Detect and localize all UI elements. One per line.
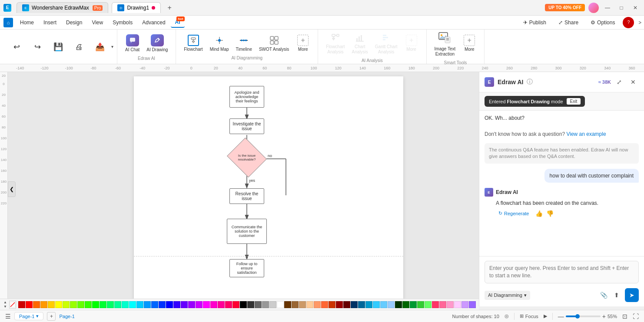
user-avatar[interactable] — [588, 3, 599, 13]
thumbs-down-button[interactable]: 👎 — [546, 210, 554, 217]
color-swatch[interactable] — [388, 301, 395, 308]
color-swatch[interactable] — [292, 301, 299, 308]
color-swatch[interactable] — [262, 301, 269, 308]
color-swatch[interactable] — [203, 301, 210, 308]
image-text-extraction-button[interactable]: Image TextExtraction — [432, 28, 458, 59]
mind-map-button[interactable]: Mind Map — [207, 33, 232, 54]
collapse-ribbon-button[interactable]: ^ — [636, 21, 643, 24]
color-swatch[interactable] — [70, 301, 77, 308]
export-button[interactable]: 📤 — [90, 41, 110, 53]
color-swatch[interactable] — [314, 301, 321, 308]
gantt-analysis-button[interactable]: Gantt ChartAnalysis — [372, 30, 400, 56]
canvas-page[interactable]: yes no Apologize and acknowledge their f… — [134, 76, 403, 306]
shape-resolve[interactable]: Resolve the issue — [229, 188, 264, 204]
color-swatch[interactable] — [48, 301, 55, 308]
color-swatch[interactable] — [417, 301, 424, 308]
color-swatch[interactable] — [129, 301, 136, 308]
promo-badge[interactable]: UP TO 40% OFF — [545, 4, 585, 11]
ai-mode-selector[interactable]: AI Diagramming ▾ — [485, 291, 530, 300]
color-swatch[interactable] — [159, 301, 166, 308]
color-swatch[interactable] — [432, 301, 439, 308]
close-button[interactable]: ✕ — [630, 3, 641, 13]
fullscreen-button[interactable]: ⛶ — [633, 313, 639, 320]
color-swatch[interactable] — [284, 301, 291, 308]
eyedrop-button[interactable]: ◎ — [505, 313, 509, 319]
color-swatch[interactable] — [336, 301, 343, 308]
color-swatch[interactable] — [410, 301, 417, 308]
zoom-slider[interactable] — [566, 315, 601, 317]
color-swatch[interactable] — [277, 301, 284, 308]
color-swatch[interactable] — [107, 301, 114, 308]
color-swatch[interactable] — [255, 301, 262, 308]
color-swatch[interactable] — [196, 301, 202, 308]
ai-drawing-button[interactable]: AI Drawing — [144, 33, 170, 54]
add-page-button[interactable]: + — [47, 312, 56, 321]
shape-investigate[interactable]: Investigate the issue — [229, 118, 264, 134]
save-button[interactable]: 💾 — [49, 41, 68, 53]
ai-info-icon[interactable]: ⓘ — [527, 78, 533, 86]
canvas-area[interactable]: ❮ yes no — [8, 72, 479, 306]
color-swatch[interactable] — [92, 301, 99, 308]
tab-drawing1[interactable]: D Drawing1 — [112, 2, 161, 13]
color-swatch[interactable] — [210, 301, 217, 308]
color-swatch[interactable] — [329, 301, 335, 308]
color-swatch[interactable] — [321, 301, 328, 308]
color-swatch[interactable] — [18, 301, 25, 308]
swot-button[interactable]: SWOT Analysis — [256, 33, 292, 54]
more-tools-button[interactable]: + More — [460, 33, 479, 54]
no-fill-swatch[interactable] — [9, 301, 16, 309]
ai-input-field[interactable] — [485, 261, 639, 283]
color-swatch[interactable] — [63, 301, 70, 308]
help-button[interactable]: ? — [623, 17, 634, 28]
minimize-button[interactable]: — — [602, 3, 613, 13]
color-swatch[interactable] — [85, 301, 92, 308]
maximize-button[interactable]: □ — [616, 3, 627, 13]
color-swatch[interactable] — [373, 301, 380, 308]
color-swatch[interactable] — [122, 301, 129, 308]
shape-resolvable[interactable]: Is the issue resolvable? — [232, 145, 262, 171]
color-swatch[interactable] — [77, 301, 84, 308]
color-swatch[interactable] — [100, 301, 106, 308]
color-swatch[interactable] — [380, 301, 387, 308]
expand-panel-button[interactable]: ⤢ — [614, 76, 625, 88]
menu-item-design[interactable]: Design — [62, 18, 86, 27]
exit-mode-button[interactable]: Exit — [567, 98, 581, 105]
zoom-out-button[interactable]: — — [558, 313, 564, 320]
color-swatch[interactable] — [40, 301, 47, 308]
zoom-in-button[interactable]: + — [602, 313, 606, 320]
flowchart-button[interactable]: Flowchart — [181, 33, 205, 54]
timeline-button[interactable]: Timeline — [233, 33, 255, 54]
color-swatch[interactable] — [358, 301, 365, 308]
color-swatch[interactable] — [232, 301, 239, 308]
color-swatch[interactable] — [188, 301, 195, 308]
collapse-panel-button[interactable]: ❮ — [8, 181, 16, 197]
color-swatch[interactable] — [114, 301, 121, 308]
color-swatch[interactable] — [343, 301, 350, 308]
color-swatch[interactable] — [395, 301, 402, 308]
menu-item-advanced[interactable]: Advanced — [138, 18, 169, 27]
publish-button[interactable]: ✈ Publish — [519, 18, 551, 27]
color-swatch[interactable] — [55, 301, 62, 308]
redo-button[interactable]: ↪ — [28, 41, 47, 53]
color-swatch[interactable] — [240, 301, 247, 308]
shape-followup[interactable]: Follow up to ensure satisfaction — [229, 259, 264, 277]
fit-to-screen-button[interactable]: ⊡ — [622, 313, 627, 320]
undo-button[interactable]: ↩ — [7, 41, 26, 53]
color-swatch[interactable] — [469, 301, 476, 308]
new-tab-button[interactable]: + — [164, 3, 175, 13]
color-swatch[interactable] — [225, 301, 232, 308]
color-swatch[interactable] — [26, 301, 33, 308]
shape-apologize[interactable]: Apologize and acknowledge their feelings — [229, 86, 264, 108]
upload-button[interactable]: ⬆ — [611, 289, 622, 301]
color-swatch[interactable] — [144, 301, 151, 308]
color-swatch[interactable] — [306, 301, 313, 308]
menu-item-home[interactable]: Home — [16, 18, 38, 27]
color-swatch[interactable] — [181, 301, 188, 308]
regenerate-button[interactable]: ↻ Regenerate — [496, 210, 532, 217]
chart-analysis-button[interactable]: ChartAnalysis — [349, 30, 371, 56]
ai-chat-button[interactable]: AI Chat — [123, 33, 142, 54]
flowchart-analysis-button[interactable]: FlowchartAnalysis — [323, 30, 347, 56]
color-swatch[interactable] — [461, 301, 468, 308]
print-button[interactable]: 🖨 — [70, 41, 89, 53]
color-swatch[interactable] — [365, 301, 372, 308]
